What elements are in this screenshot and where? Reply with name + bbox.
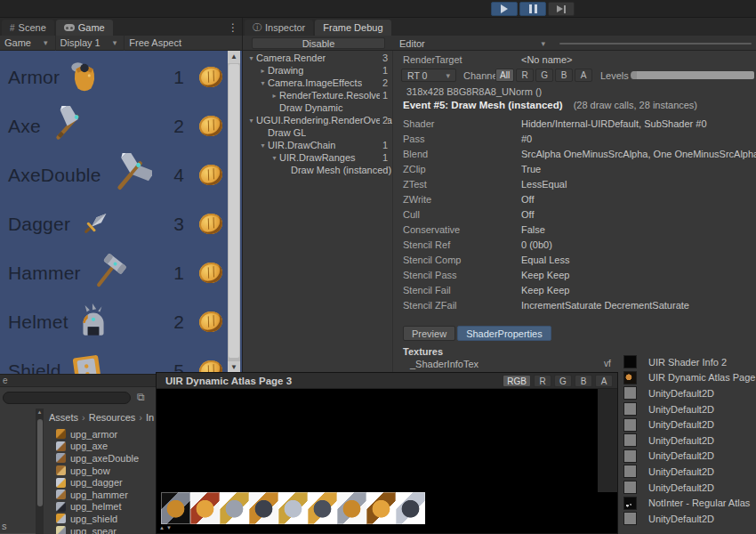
texture-row[interactable]: UnityDefault2D bbox=[623, 385, 756, 401]
tree-label: Camera.ImageEffects bbox=[268, 77, 362, 88]
channel-button-b[interactable]: B bbox=[555, 69, 573, 82]
breadcrumb-item[interactable]: Inv bbox=[146, 412, 154, 423]
game-item-row[interactable]: Hammer1 bbox=[0, 248, 228, 297]
asset-name: upg_shield bbox=[70, 514, 117, 524]
asset-item[interactable]: upg_hammer bbox=[44, 489, 156, 501]
tree-row[interactable]: ▾UGUI.Rendering.RenderOverla2 bbox=[243, 114, 392, 126]
scroll-up-icon[interactable]: ▲ bbox=[36, 409, 44, 415]
texture-row[interactable]: UnityDefault2D bbox=[623, 401, 756, 417]
texture-row[interactable]: UnityDefault2D bbox=[623, 464, 756, 480]
triangle-open-icon[interactable]: ▾ bbox=[246, 117, 256, 125]
event-title: Event #5: Draw Mesh (instanced) bbox=[403, 100, 563, 110]
tree-count: 1 bbox=[380, 140, 388, 150]
asset-item[interactable]: upg_dagger bbox=[44, 476, 156, 489]
texture-thumbnail bbox=[623, 465, 637, 478]
tree-row[interactable]: ▾Camera.Render3 bbox=[243, 52, 392, 64]
pause-button[interactable] bbox=[519, 2, 546, 16]
aspect-dropdown[interactable]: Free Aspect bbox=[125, 36, 189, 51]
asset-item[interactable]: upg_helmet bbox=[44, 501, 156, 514]
kebab-menu-icon[interactable]: ⋮ bbox=[228, 21, 238, 34]
expand-window-icon[interactable]: ⧉ bbox=[137, 391, 145, 403]
triangle-closed-icon[interactable]: ▸ bbox=[258, 67, 268, 75]
tree-row[interactable]: ▸RenderTexture.ResolveA1 bbox=[243, 89, 392, 101]
game-item-row[interactable]: Armor1 bbox=[0, 53, 228, 101]
atlas-window-titlebar[interactable]: UIR Dynamic Atlas Page 3 RGBRGBA bbox=[157, 373, 617, 389]
channel-button-all[interactable]: All bbox=[495, 69, 514, 82]
game-item-row[interactable]: Shield5 bbox=[0, 346, 228, 374]
game-item-row[interactable]: Helmet2 bbox=[0, 297, 228, 346]
triangle-open-icon[interactable]: ▾ bbox=[258, 79, 268, 87]
game-view: Armor1Axe2AxeDouble4Dagger3Hammer1Helmet… bbox=[0, 51, 242, 374]
channel-button-a[interactable]: A bbox=[575, 69, 592, 82]
atlas-channel-button-rgb[interactable]: RGB bbox=[503, 375, 531, 387]
tree-label: RenderTexture.ResolveA bbox=[279, 90, 388, 101]
asset-item[interactable]: upg_spear bbox=[44, 525, 156, 534]
search-input[interactable] bbox=[3, 392, 131, 404]
dagger-icon bbox=[76, 206, 112, 242]
breadcrumb-item[interactable]: Assets bbox=[49, 412, 78, 423]
view-tab-preview[interactable]: Preview bbox=[403, 326, 455, 341]
tree-row[interactable]: Draw Dynamic bbox=[243, 101, 392, 114]
asset-item[interactable]: upg_axe bbox=[44, 441, 156, 453]
game-view-toolbar: Game▾ Display 1▾ Free Aspect bbox=[0, 36, 242, 51]
atlas-channel-button-a[interactable]: A bbox=[595, 375, 613, 387]
tab-inspector[interactable]: ⓘ Inspector bbox=[245, 20, 313, 36]
texture-row[interactable]: UIR Dynamic Atlas Page bbox=[623, 370, 756, 386]
scrollbar-handle[interactable] bbox=[229, 64, 239, 358]
channel-button-r[interactable]: R bbox=[516, 69, 534, 82]
frame-debug-toolbar: Disable Editor ▾ bbox=[243, 36, 756, 51]
atlas-channel-button-r[interactable]: R bbox=[534, 375, 551, 387]
tree-row[interactable]: ▾UIR.DrawRanges1 bbox=[243, 151, 392, 164]
asset-item[interactable]: upg_armor bbox=[44, 428, 156, 441]
asset-item[interactable]: upg_shield bbox=[44, 513, 156, 525]
step-button[interactable] bbox=[548, 2, 575, 16]
levels-slider[interactable] bbox=[637, 71, 754, 79]
scroll-up-icon[interactable]: ▲ bbox=[228, 51, 240, 63]
breadcrumb-item[interactable]: Resources bbox=[89, 412, 136, 423]
triangle-closed-icon[interactable]: ▸ bbox=[269, 92, 279, 100]
texture-row[interactable]: UIR Shader Info 2 bbox=[623, 354, 756, 370]
game-view-dropdown[interactable]: Game▾ bbox=[0, 36, 56, 51]
tab-frame-debug[interactable]: Frame Debug bbox=[315, 20, 390, 36]
game-scrollbar[interactable]: ▲ ▼ bbox=[228, 51, 240, 374]
asset-item[interactable]: upg_bow bbox=[44, 465, 156, 477]
tree-row[interactable]: Draw GL bbox=[243, 126, 392, 139]
triangle-open-icon[interactable]: ▾ bbox=[269, 154, 279, 162]
tab-scene[interactable]: # Scene bbox=[2, 20, 54, 36]
triangle-open-icon[interactable]: ▾ bbox=[258, 142, 268, 150]
atlas-channel-button-b[interactable]: B bbox=[575, 375, 592, 387]
view-tab-shaderproperties[interactable]: ShaderProperties bbox=[457, 326, 551, 341]
scrollbar-handle[interactable] bbox=[37, 419, 43, 506]
texture-row[interactable]: UnityDefault2D bbox=[623, 433, 756, 449]
texture-name: UnityDefault2D bbox=[648, 419, 714, 430]
texture-row[interactable]: NotInter - Regular Atlas bbox=[623, 495, 756, 511]
tree-count: 2 bbox=[380, 77, 388, 88]
atlas-channel-buttons: RGBRGBA bbox=[503, 375, 613, 387]
tree-row[interactable]: ▾UIR.DrawChain1 bbox=[243, 139, 392, 151]
texture-row[interactable]: UnityDefault2D bbox=[623, 449, 756, 465]
atlas-channel-button-g[interactable]: G bbox=[554, 375, 572, 387]
tree-row[interactable]: Draw Mesh (instanced) bbox=[243, 164, 392, 176]
texture-row[interactable]: UnityDefault2D bbox=[623, 480, 756, 496]
triangle-open-icon[interactable]: ▾ bbox=[246, 54, 256, 62]
project-scrollbar[interactable]: ▲ bbox=[36, 409, 44, 534]
game-item-row[interactable]: Dagger3 bbox=[0, 199, 228, 248]
project-tab-partial[interactable]: e bbox=[0, 375, 156, 387]
texture-row[interactable]: UnityDefault2D bbox=[623, 511, 756, 527]
play-button[interactable] bbox=[491, 2, 518, 16]
event-scrubber[interactable] bbox=[559, 43, 752, 44]
rt-dropdown[interactable]: RT 0 ▾ bbox=[401, 69, 456, 82]
asset-item[interactable]: upg_axeDouble bbox=[44, 452, 156, 465]
game-item-row[interactable]: Axe2 bbox=[0, 101, 228, 150]
target-dropdown[interactable]: Editor ▾ bbox=[394, 37, 551, 49]
tab-game[interactable]: Game bbox=[56, 20, 113, 36]
tree-row[interactable]: ▸Drawing1 bbox=[243, 64, 392, 77]
tree-row[interactable]: ▾Camera.ImageEffects2 bbox=[243, 77, 392, 89]
channel-button-g[interactable]: G bbox=[535, 69, 553, 82]
tree-count: 1 bbox=[380, 90, 388, 101]
texture-row[interactable]: UnityDefault2D bbox=[623, 417, 756, 433]
levels-slider-handle[interactable] bbox=[631, 71, 637, 79]
disable-button[interactable]: Disable bbox=[252, 37, 385, 49]
game-item-row[interactable]: AxeDouble4 bbox=[0, 150, 228, 199]
display-dropdown[interactable]: Display 1▾ bbox=[56, 36, 125, 51]
